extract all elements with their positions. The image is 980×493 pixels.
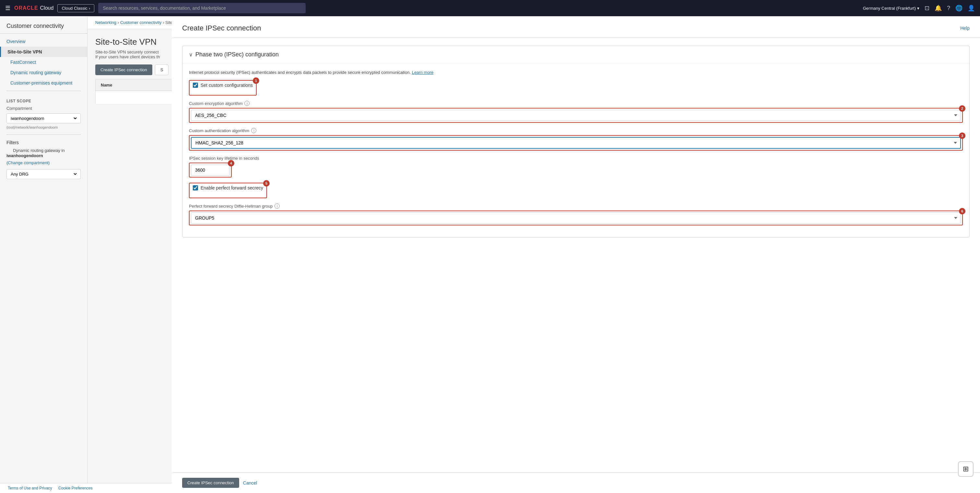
session-input-container: 4 [189, 163, 232, 178]
bottom-left: Terms of Use and Privacy Cookie Preferen… [8, 486, 97, 490]
encryption-select-container: 2 AES_256_CBC AES_128_CBC AES_192_CBC AE… [189, 108, 963, 123]
sidebar-item-fastconnect[interactable]: FastConnect [0, 57, 87, 67]
learn-more-link[interactable]: Learn more [412, 70, 433, 75]
create-ipsec-connection-button[interactable]: Create IPSec connection [95, 65, 152, 75]
badge-1: 1 [253, 78, 259, 84]
pfs-group-label: Perfect forward secrecy Diffie-Hellman g… [189, 203, 963, 209]
panel-footer: Create IPSec connection Cancel [172, 472, 980, 493]
breadcrumb-networking[interactable]: Networking [95, 20, 116, 25]
pfs-checkbox-row: Enable perfect forward secrecy [193, 185, 263, 190]
change-compartment-link[interactable]: (Change compartment) [6, 160, 50, 165]
region-selector[interactable]: Germany Central (Frankfurt) ▾ [863, 6, 920, 11]
drg-filter-text: Dynamic routing gateway in iwanhoogendoo… [0, 146, 87, 159]
panel-help-link[interactable]: Help [960, 25, 970, 31]
compartment-label: Compartment [0, 105, 87, 112]
sidebar: Customer connectivity Overview Site-to-S… [0, 16, 88, 493]
section-chevron-icon: ∨ [189, 51, 193, 58]
help-icon[interactable]: ? [947, 5, 950, 12]
badge-6: 6 [959, 208, 966, 214]
oracle-logo-text: ORACLE [14, 5, 38, 11]
panel-body: ∨ Phase two (IPSec) configuration Intern… [172, 38, 980, 472]
terms-link[interactable]: Terms of Use and Privacy [8, 486, 52, 490]
pfs-checkbox[interactable] [193, 185, 198, 190]
user-avatar[interactable]: 👤 [968, 5, 975, 12]
nav-right: Germany Central (Frankfurt) ▾ ⊡ 🔔 ? 🌐 👤 [863, 5, 975, 12]
auth-select[interactable]: HMAC_SHA2_256_128 HMAC_SHA2_384_192 HMAC… [191, 137, 961, 149]
drg-select[interactable]: Any DRG [10, 171, 78, 177]
session-input[interactable] [191, 165, 230, 176]
session-form-group: IPSec session key lifetime in seconds 4 [189, 156, 963, 178]
panel-create-button[interactable]: Create IPSec connection [182, 478, 239, 488]
auth-info-icon[interactable]: i [251, 128, 256, 133]
panel-cancel-link[interactable]: Cancel [243, 480, 257, 485]
help-widget: ⊞ [958, 461, 974, 477]
set-custom-checkbox-row: Set custom configurations [193, 82, 253, 88]
panel-header: Create IPSec connection Help [172, 16, 980, 38]
cloud-logo-text: Cloud [40, 5, 54, 11]
developer-tools-icon[interactable]: ⊡ [924, 5, 929, 12]
set-custom-label[interactable]: Set custom configurations [200, 82, 253, 88]
logo: ORACLE Cloud [14, 5, 54, 11]
sidebar-title: Customer connectivity [0, 23, 87, 34]
auth-label: Custom authentication algorithm i [189, 128, 963, 133]
pfs-group-select-container: 6 GROUP5 GROUP14 GROUP19 GROUP20 GROUP24 [189, 211, 963, 225]
top-navbar: ☰ ORACLE Cloud Cloud Classic › Germany C… [0, 0, 980, 16]
cloud-classic-button[interactable]: Cloud Classic › [57, 4, 94, 12]
search-input[interactable] [98, 3, 305, 13]
compartment-select[interactable]: iwanhoogendoorn [10, 116, 78, 121]
set-custom-config-container: 1 Set custom configurations [189, 80, 257, 95]
breadcrumb-sep1: › [118, 20, 119, 25]
compartment-path: (root)/network/iwanhoogendoorn [0, 125, 87, 132]
help-widget-icon: ⊞ [963, 465, 969, 473]
encryption-form-group: Custom encryption algorithm i 2 AES_256_… [189, 101, 963, 123]
notifications-icon[interactable]: 🔔 [935, 5, 942, 12]
list-scope-label: List scope [0, 94, 87, 105]
pfs-group-info-icon[interactable]: i [275, 203, 280, 209]
sidebar-item-overview[interactable]: Overview [0, 36, 87, 47]
auth-select-container: 3 HMAC_SHA2_256_128 HMAC_SHA2_384_192 HM… [189, 135, 963, 151]
pfs-group-form-group: Perfect forward secrecy Diffie-Hellman g… [189, 203, 963, 225]
filters-label: Filters [0, 137, 87, 146]
section-description: Internet protocol security (IPSec) authe… [189, 70, 963, 75]
compartment-selector[interactable]: iwanhoogendoorn [6, 113, 81, 124]
drg-bold-name: iwanhoogendoorn [6, 153, 43, 158]
encryption-info-icon[interactable]: i [244, 101, 250, 106]
phase-two-section-header[interactable]: ∨ Phase two (IPSec) configuration [183, 46, 969, 63]
secondary-action-button[interactable]: S [155, 65, 169, 75]
help-widget-button[interactable]: ⊞ [958, 461, 974, 477]
pfs-checkbox-container: 5 Enable perfect forward secrecy [189, 183, 267, 198]
badge-3: 3 [959, 133, 966, 139]
session-label: IPSec session key lifetime in seconds [189, 156, 963, 161]
sidebar-item-customer-premises[interactable]: Customer-premises equipment [0, 78, 87, 88]
phase-two-section: ∨ Phase two (IPSec) configuration Intern… [182, 46, 970, 238]
badge-5: 5 [263, 180, 270, 187]
create-ipsec-panel: Create IPSec connection Help ∨ Phase two… [172, 16, 980, 493]
pfs-label[interactable]: Enable perfect forward secrecy [200, 185, 263, 190]
sidebar-item-site-to-site-vpn[interactable]: Site-to-Site VPN [0, 47, 87, 57]
section-body: Internet protocol security (IPSec) authe… [183, 63, 969, 237]
breadcrumb-sep2: › [163, 20, 164, 25]
badge-2: 2 [959, 105, 966, 112]
cookie-link[interactable]: Cookie Preferences [58, 486, 92, 490]
encryption-select[interactable]: AES_256_CBC AES_128_CBC AES_192_CBC AES_… [191, 110, 961, 121]
drg-select-container[interactable]: Any DRG [6, 169, 81, 179]
language-icon[interactable]: 🌐 [955, 5, 963, 12]
encryption-label: Custom encryption algorithm i [189, 101, 963, 106]
pfs-group-select[interactable]: GROUP5 GROUP14 GROUP19 GROUP20 GROUP24 [191, 212, 961, 224]
hamburger-icon[interactable]: ☰ [5, 5, 10, 12]
badge-4: 4 [228, 160, 234, 166]
section-title: Phase two (IPSec) configuration [196, 51, 279, 58]
breadcrumb-customer-connectivity[interactable]: Customer connectivity [120, 20, 162, 25]
sidebar-item-dynamic-routing[interactable]: Dynamic routing gateway [0, 67, 87, 78]
panel-title: Create IPSec connection [182, 24, 261, 32]
set-custom-checkbox[interactable] [193, 82, 198, 88]
auth-form-group: Custom authentication algorithm i 3 HMAC… [189, 128, 963, 151]
